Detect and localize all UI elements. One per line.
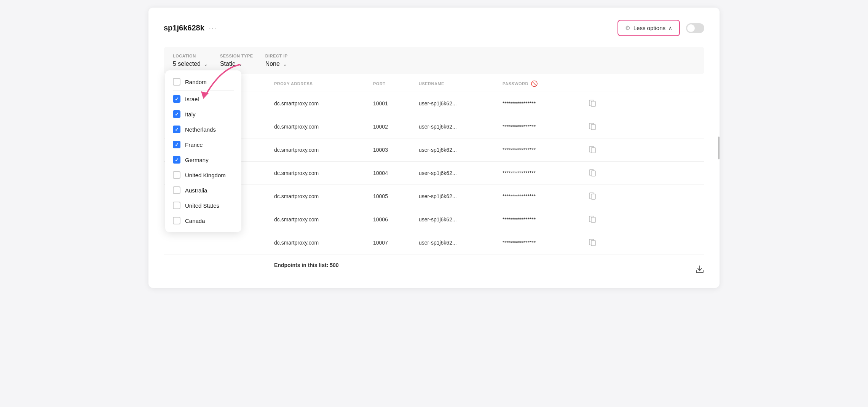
table-header: PROXY ADDRESS PORT USERNAME PASSWORD 🚫 [164, 74, 704, 92]
cell-password: **************** [503, 240, 586, 246]
location-filter-group: LOCATION 5 selected ⌄ Random Israel [173, 54, 208, 67]
cell-username: user-sp1j6k62... [419, 216, 503, 223]
direct-ip-select[interactable]: None ⌄ [265, 60, 288, 67]
toggle-switch[interactable] [686, 23, 704, 33]
header-right: ⚙ Less options ∧ [617, 20, 704, 36]
dropdown-label-canada: Canada [185, 218, 205, 224]
cell-port: 10006 [373, 216, 419, 223]
direct-ip-filter-group: DIRECT IP None ⌄ [265, 54, 288, 67]
copy-button[interactable] [586, 144, 598, 156]
dropdown-item-australia[interactable]: Australia [165, 183, 241, 198]
checkbox-italy[interactable] [173, 110, 180, 118]
cell-password: **************** [503, 147, 586, 153]
less-options-label: Less options [633, 25, 665, 31]
checkbox-united-states[interactable] [173, 202, 180, 209]
dropdown-label-random: Random [185, 79, 207, 85]
table-row: dc.smartproxy.com 10004 user-sp1j6k62...… [164, 162, 704, 185]
cell-username: user-sp1j6k62... [419, 124, 503, 130]
dropdown-item-netherlands[interactable]: Netherlands [165, 122, 241, 137]
session-type-value: Static [220, 60, 235, 67]
checkbox-australia[interactable] [173, 186, 180, 194]
svg-rect-4 [591, 171, 595, 176]
col-port: PORT [373, 80, 419, 87]
session-type-label: SESSION TYPE [220, 54, 253, 58]
checkbox-canada[interactable] [173, 217, 180, 224]
password-visibility-icon[interactable]: 🚫 [531, 80, 538, 87]
copy-button[interactable] [586, 121, 598, 133]
cell-password: **************** [503, 216, 586, 223]
table-row: dc.smartproxy.com 10003 user-sp1j6k62...… [164, 138, 704, 162]
copy-button[interactable] [586, 190, 598, 202]
scrollbar[interactable] [718, 137, 720, 159]
dropdown-label-israel: Israel [185, 96, 199, 102]
cell-password: **************** [503, 100, 586, 107]
cell-port: 10002 [373, 124, 419, 130]
dropdown-item-france[interactable]: France [165, 137, 241, 152]
cell-username: user-sp1j6k62... [419, 193, 503, 199]
checkbox-israel[interactable] [173, 95, 180, 103]
session-type-select[interactable]: Static ⌄ [220, 60, 253, 67]
copy-button[interactable] [586, 167, 598, 179]
location-dropdown: Random Israel Italy Netherlands Fra [165, 70, 241, 232]
dropdown-item-germany[interactable]: Germany [165, 152, 241, 167]
dropdown-label-france: France [185, 141, 203, 148]
less-options-button[interactable]: ⚙ Less options ∧ [617, 20, 680, 36]
dropdown-label-united-states: United States [185, 202, 219, 209]
app-title: sp1j6k628k [164, 24, 204, 32]
copy-button[interactable] [586, 237, 598, 249]
copy-button[interactable] [586, 213, 598, 226]
dropdown-item-united-states[interactable]: United States [165, 198, 241, 213]
copy-button[interactable] [586, 97, 598, 110]
endpoints-count: 500 [330, 262, 338, 268]
direct-ip-label: DIRECT IP [265, 54, 288, 58]
table-row: dc.smartproxy.com 10002 user-sp1j6k62...… [164, 115, 704, 138]
col-proxy-address: PROXY ADDRESS [274, 80, 373, 87]
location-chevron-icon: ⌄ [204, 61, 208, 67]
svg-rect-2 [591, 124, 595, 130]
table-container: PROXY ADDRESS PORT USERNAME PASSWORD 🚫 d… [164, 74, 704, 276]
download-button[interactable] [695, 265, 704, 276]
checkbox-netherlands[interactable] [173, 126, 180, 133]
dropdown-item-israel[interactable]: Israel [165, 91, 241, 107]
dropdown-item-random[interactable]: Random [165, 74, 241, 89]
table-row: dc.smartproxy.com 10006 user-sp1j6k62...… [164, 208, 704, 231]
cell-username: user-sp1j6k62... [419, 240, 503, 246]
dropdown-label-australia: Australia [185, 187, 207, 194]
page-container: sp1j6k628k ··· ⚙ Less options ∧ LOCATION… [148, 8, 720, 288]
col-password: PASSWORD 🚫 [503, 80, 586, 87]
cell-port: 10005 [373, 193, 419, 199]
svg-rect-1 [591, 101, 595, 107]
dropdown-item-united-kingdom[interactable]: United Kingdom [165, 167, 241, 183]
checkbox-germany[interactable] [173, 156, 180, 164]
table-row: dc.smartproxy.com 10005 user-sp1j6k62...… [164, 185, 704, 208]
svg-rect-6 [591, 217, 595, 223]
cell-proxy-address: dc.smartproxy.com [274, 216, 373, 223]
checkbox-random[interactable] [173, 78, 180, 86]
cell-proxy-address: dc.smartproxy.com [274, 170, 373, 176]
cell-username: user-sp1j6k62... [419, 170, 503, 176]
header: sp1j6k628k ··· ⚙ Less options ∧ [164, 20, 704, 36]
cell-password: **************** [503, 124, 586, 130]
col-username: USERNAME [419, 80, 503, 87]
cell-proxy-address: dc.smartproxy.com [274, 193, 373, 199]
gear-icon: ⚙ [625, 24, 630, 32]
dropdown-item-italy[interactable]: Italy [165, 107, 241, 122]
header-left: sp1j6k628k ··· [164, 24, 217, 32]
direct-ip-value: None [265, 60, 280, 67]
svg-rect-3 [591, 148, 595, 153]
cell-port: 10003 [373, 147, 419, 153]
cell-username: user-sp1j6k62... [419, 147, 503, 153]
location-select[interactable]: 5 selected ⌄ [173, 60, 208, 67]
svg-rect-7 [591, 240, 595, 246]
dropdown-label-united-kingdom: United Kingdom [185, 172, 226, 178]
table-row: dc.smartproxy.com 10007 user-sp1j6k62...… [164, 231, 704, 254]
dropdown-item-canada[interactable]: Canada [165, 213, 241, 228]
main-content: PROXY ADDRESS PORT USERNAME PASSWORD 🚫 d… [164, 74, 704, 276]
cell-port: 10001 [373, 100, 419, 107]
checkbox-france[interactable] [173, 141, 180, 148]
svg-rect-5 [591, 194, 595, 199]
location-value: 5 selected [173, 60, 201, 67]
dropdown-label-italy: Italy [185, 111, 196, 118]
checkbox-united-kingdom[interactable] [173, 171, 180, 179]
more-options-icon[interactable]: ··· [209, 24, 217, 32]
